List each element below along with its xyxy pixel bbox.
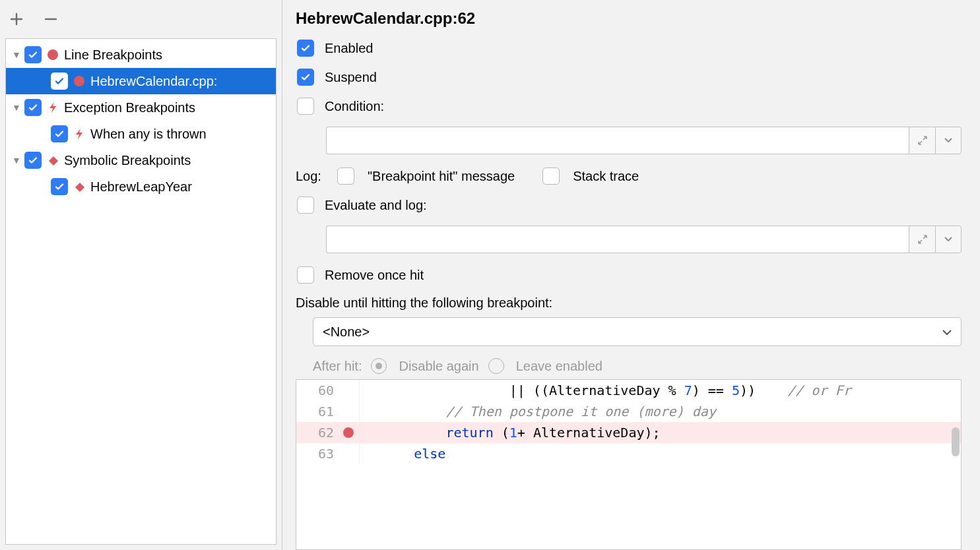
after-disable-radio[interactable] — [371, 358, 387, 374]
svg-rect-3 — [75, 183, 84, 192]
log-bphit-label: "Breakpoint hit" message — [368, 169, 515, 184]
condition-input[interactable] — [326, 127, 909, 154]
disclosure-icon[interactable]: ▼ — [10, 49, 23, 60]
after-hit-label: After hit: — [313, 359, 362, 374]
gutter: 61 — [296, 401, 360, 422]
expand-condition-button[interactable] — [909, 127, 935, 154]
after-hit-row: After hit: Disable again Leave enabled — [313, 358, 962, 374]
remove-breakpoint-button[interactable] — [41, 9, 61, 29]
gutter: 60 — [296, 380, 360, 401]
tree-group-symbolic-breakpoints[interactable]: ▼ Symbolic Breakpoints — [6, 147, 276, 173]
tree-label: HebrewLeapYear — [90, 179, 192, 195]
log-bphit-checkbox[interactable] — [337, 168, 354, 185]
disable-until-label: Disable until hitting the following brea… — [296, 295, 962, 311]
tree-label: Line Breakpoints — [64, 47, 162, 63]
condition-label: Condition: — [325, 99, 384, 114]
after-leave-radio[interactable] — [488, 358, 504, 374]
enabled-label: Enabled — [325, 41, 373, 56]
tree-label: When any is thrown — [90, 127, 207, 142]
remove-once-checkbox[interactable] — [297, 266, 314, 284]
svg-point-0 — [48, 49, 58, 60]
checkbox[interactable] — [24, 99, 42, 116]
code-line: 63 else — [296, 443, 961, 464]
log-stack-label: Stack trace — [573, 169, 639, 184]
eval-log-input-group — [326, 226, 962, 253]
suspend-row: Suspend — [296, 69, 962, 86]
svg-rect-2 — [49, 156, 58, 166]
code-line: 60 || ((AlternativeDay % 7) == 5)) // or… — [296, 380, 961, 401]
log-stack-checkbox[interactable] — [542, 168, 560, 185]
eval-log-input[interactable] — [326, 226, 909, 253]
scrollbar-thumb[interactable] — [952, 427, 960, 456]
tree-label: HebrewCalendar.cpp: — [90, 74, 217, 89]
tree-item-when-any-thrown[interactable]: When any is thrown — [6, 121, 276, 147]
condition-row: Condition: — [296, 98, 962, 115]
symbolic-diamond-icon — [72, 179, 86, 194]
checkbox[interactable] — [51, 178, 68, 195]
tree-item-hebrewleapyear[interactable]: HebrewLeapYear — [6, 173, 276, 200]
disclosure-icon[interactable]: ▼ — [10, 102, 23, 113]
gutter: 62 — [296, 422, 360, 443]
eval-log-checkbox[interactable] — [297, 197, 314, 214]
eval-history-dropdown[interactable] — [935, 226, 962, 253]
code-line-breakpoint: 62 return (1+ AlternativeDay); — [296, 422, 961, 443]
svg-point-1 — [74, 76, 84, 86]
chevron-down-icon — [942, 324, 952, 340]
breakpoint-dot-icon[interactable] — [343, 427, 354, 438]
checkbox[interactable] — [24, 46, 42, 63]
disable-until-value: <None> — [323, 324, 370, 340]
breakpoints-sidebar: ▼ Line Breakpoints HebrewCalendar.cpp: ▼… — [0, 0, 282, 550]
remove-once-label: Remove once hit — [325, 268, 424, 283]
code-preview[interactable]: 60 || ((AlternativeDay % 7) == 5)) // or… — [296, 379, 962, 550]
enabled-checkbox[interactable] — [297, 40, 314, 57]
breakpoint-circle-icon — [46, 47, 60, 62]
tree-label: Symbolic Breakpoints — [64, 153, 191, 168]
tree-label: Exception Breakpoints — [64, 100, 195, 115]
condition-checkbox[interactable] — [297, 98, 314, 115]
eval-log-label: Evaluate and log: — [325, 198, 427, 213]
after-disable-label: Disable again — [399, 359, 478, 374]
log-label: Log: — [296, 169, 321, 184]
code-line: 61 // Then postpone it one (more) day — [296, 401, 961, 422]
condition-input-group — [326, 127, 962, 154]
remove-once-row: Remove once hit — [296, 266, 962, 284]
breakpoint-detail-panel: HebrewCalendar.cpp:62 Enabled Suspend Co… — [282, 0, 980, 550]
log-row: Log: "Breakpoint hit" message Stack trac… — [296, 168, 962, 185]
panel-title: HebrewCalendar.cpp:62 — [296, 9, 962, 28]
eval-log-row: Evaluate and log: — [296, 197, 962, 214]
checkbox[interactable] — [24, 152, 42, 169]
checkbox[interactable] — [51, 125, 68, 142]
suspend-checkbox[interactable] — [297, 69, 314, 86]
suspend-label: Suspend — [325, 70, 377, 85]
tree-group-line-breakpoints[interactable]: ▼ Line Breakpoints — [6, 42, 276, 68]
breakpoints-tree[interactable]: ▼ Line Breakpoints HebrewCalendar.cpp: ▼… — [5, 38, 277, 545]
condition-history-dropdown[interactable] — [935, 127, 962, 154]
add-breakpoint-button[interactable] — [7, 9, 26, 29]
breakpoint-circle-icon — [72, 74, 86, 88]
checkbox[interactable] — [51, 73, 68, 90]
tree-group-exception-breakpoints[interactable]: ▼ Exception Breakpoints — [6, 94, 276, 121]
exception-bolt-icon — [46, 100, 60, 115]
disable-until-select[interactable]: <None> — [313, 317, 962, 346]
enabled-row: Enabled — [296, 40, 962, 57]
expand-eval-button[interactable] — [909, 226, 935, 253]
tree-item-hebrewcalendar[interactable]: HebrewCalendar.cpp: — [6, 68, 276, 94]
gutter: 63 — [296, 443, 360, 464]
after-leave-label: Leave enabled — [516, 359, 603, 374]
symbolic-diamond-icon — [46, 153, 60, 168]
disclosure-icon[interactable]: ▼ — [10, 155, 23, 166]
sidebar-toolbar — [0, 0, 282, 38]
exception-bolt-icon — [72, 127, 86, 141]
